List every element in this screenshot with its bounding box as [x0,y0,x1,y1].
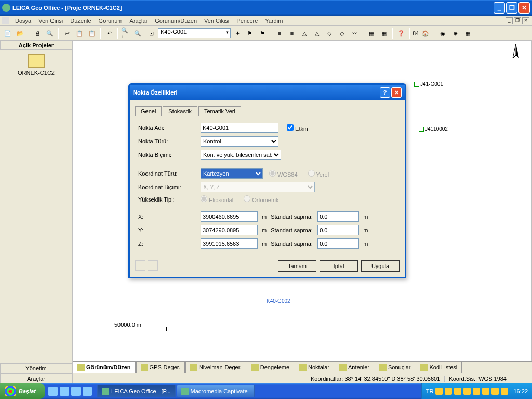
tab-sonuclar[interactable]: Sonuçlar [375,362,415,373]
tool7-icon[interactable]: 〰 [349,28,360,39]
input-y[interactable] [201,225,258,235]
flag2-icon[interactable]: ⚑ [257,28,268,39]
help-icon[interactable]: ❓ [395,28,407,39]
dialog-tool2-icon[interactable] [148,260,158,271]
input-sd-x[interactable] [317,211,359,222]
tray-icon[interactable] [491,388,499,395]
tool1-icon[interactable]: ≡ [274,28,285,39]
tray-icon[interactable] [454,388,461,395]
tab-noktalar[interactable]: Noktalar [295,362,334,373]
menu-veri-girisi[interactable]: Veri Girisi [35,17,66,25]
point-combo[interactable]: K40-G001 [158,28,231,38]
mdi-close-button[interactable]: ✕ [522,17,529,24]
tray-icon[interactable] [501,388,508,395]
map-point[interactable]: J41-G001 [414,81,443,87]
input-sd-y[interactable] [317,225,359,235]
zoom-in-icon[interactable]: 🔍+ [121,28,132,39]
tool3-icon[interactable]: △ [299,28,310,39]
menu-veri-cikisi[interactable]: Veri Cikisi [201,17,233,25]
quicklaunch-icon[interactable] [60,387,69,396]
new-icon[interactable]: 📄 [2,28,14,39]
cut-icon[interactable]: ✂ [61,28,73,39]
print-icon[interactable]: 🖨 [32,28,43,39]
menu-pencere[interactable]: Pencere [233,17,261,25]
tab-antenler[interactable]: Antenler [335,362,374,373]
tab-stokastik[interactable]: Stokastik [163,106,197,116]
tab-tematik-veri[interactable]: Tematik Veri [198,106,241,116]
taskbar-item-leica[interactable]: LEICA Geo Office - [P... [97,385,176,397]
start-button[interactable]: Başlat [0,383,45,399]
sidebar-yonetim-button[interactable]: Yönetim [0,363,72,374]
map-point[interactable]: K40-G002 [267,298,290,304]
tab-genel[interactable]: Genel [135,106,162,116]
checkbox-active[interactable]: Etkin [287,124,308,132]
flag-icon[interactable]: ⚑ [244,28,256,39]
maximize-button[interactable]: ❐ [506,2,517,14]
taskbar-item-captivate[interactable]: Macromedia Captivate [177,385,255,397]
tray-icon[interactable] [473,388,480,395]
tray-icon[interactable] [482,388,489,395]
tool14-icon[interactable]: │ [474,28,486,39]
menu-gorunum[interactable]: Görünüm [95,17,126,25]
apply-button[interactable]: Uygula [361,260,400,272]
dialog-tabs: Genel Stokastik Tematik Veri [135,105,400,116]
taskbar: Başlat LEICA Geo Office - [P... Macromed… [0,383,532,399]
tab-gps-deger[interactable]: GPS-Deger. [136,362,185,373]
select-point-type[interactable]: Kontrol [201,136,278,147]
tray-icon[interactable] [435,388,443,395]
select-coord-type[interactable]: Kartezyen [201,168,263,179]
tab-dengeleme[interactable]: Dengeleme [247,362,294,373]
quicklaunch-icon[interactable] [71,387,81,396]
tool4-icon[interactable]: △ [311,28,323,39]
zoom-out-icon[interactable]: 🔍- [133,28,144,39]
dialog-help-button[interactable]: ? [380,87,390,98]
select-point-format[interactable]: Kon. ve yük. bilesenleri sabit [201,150,281,160]
menu-yardim[interactable]: Yardim [261,17,286,25]
undo-icon[interactable]: ↶ [103,28,115,39]
zoom-fit-icon[interactable]: ⊡ [145,28,157,39]
preview-icon[interactable]: 🔍 [44,28,56,39]
close-button[interactable]: ✕ [518,2,530,14]
mdi-restore-button[interactable]: ❐ [514,17,521,24]
paste-icon[interactable]: 📋 [86,28,98,39]
mdi-minimize-button[interactable]: _ [506,17,513,24]
sidebar-araclar-button[interactable]: Araçlar [0,374,72,384]
menu-araclar[interactable]: Araçlar [126,17,151,25]
tool5-icon[interactable]: ◇ [324,28,335,39]
open-icon[interactable]: 📂 [15,28,26,39]
tool10-icon[interactable]: 🏠 [420,28,431,39]
menu-dosya[interactable]: Dosya [11,17,35,25]
clock[interactable]: 16:22 [513,388,528,394]
tab-kod-listesi[interactable]: Kod Listesi [416,362,462,373]
dialog-close-button[interactable]: ✕ [391,87,402,98]
quicklaunch-icon[interactable] [48,387,58,396]
tool11-icon[interactable]: ◉ [437,28,448,39]
minimize-button[interactable]: _ [494,2,505,14]
tool2-icon[interactable]: ≡ [286,28,298,39]
target-icon[interactable]: ✦ [232,28,243,39]
dialog-tool1-icon[interactable] [135,260,145,271]
tool6-icon[interactable]: ◇ [336,28,348,39]
project-item[interactable]: ORNEK-C1C2 [0,50,72,363]
map-point[interactable]: J4110002 [419,126,448,132]
menu-duzenle[interactable]: Düzenle [66,17,95,25]
input-z[interactable] [201,238,258,249]
tool12-icon[interactable]: ⊕ [449,28,461,39]
dialog-titlebar[interactable]: Nokta Özellikleri ? ✕ [130,85,405,100]
cancel-button[interactable]: İptal [320,260,358,272]
quicklaunch-icon[interactable] [83,387,92,396]
tray-icon[interactable] [445,388,452,395]
tool13-icon[interactable]: ▦ [462,28,473,39]
input-sd-z[interactable] [317,238,359,249]
tool9-icon[interactable]: ▦ [378,28,390,39]
tab-gorunum-duzen[interactable]: Görünüm/Düzen [73,362,136,373]
tab-nivelman[interactable]: Nivelman-Deger. [185,362,246,373]
ok-button[interactable]: Tamam [278,260,316,272]
copy-icon[interactable]: 📋 [74,28,85,39]
menu-gorunum-duzen[interactable]: Görünüm/Düzen [151,17,201,25]
tool8-icon[interactable]: ▦ [366,28,377,39]
lang-indicator[interactable]: TR [426,388,434,394]
input-point-name[interactable] [201,123,278,133]
tray-icon[interactable] [463,388,471,395]
input-x[interactable] [201,211,258,222]
